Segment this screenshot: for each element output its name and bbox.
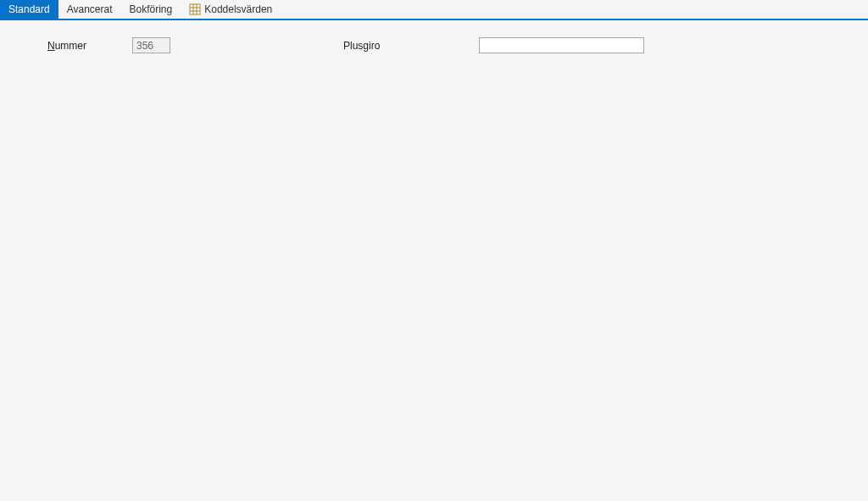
tab-bokforing[interactable]: Bokföring (121, 0, 181, 19)
tab-bar: Standard Avancerat Bokföring Koddelsvärd… (0, 0, 868, 20)
plusgiro-field[interactable] (479, 37, 644, 53)
svg-rect-0 (190, 4, 200, 14)
tab-koddelsvarden[interactable]: Koddelsvärden (181, 0, 281, 19)
tab-standard[interactable]: Standard (0, 0, 58, 19)
grid-icon (189, 3, 201, 15)
plusgiro-label: Plusgiro (343, 40, 479, 52)
tab-avancerat[interactable]: Avancerat (58, 0, 121, 19)
nummer-label: Nummer (47, 40, 132, 52)
nummer-field: 356 (132, 37, 170, 53)
